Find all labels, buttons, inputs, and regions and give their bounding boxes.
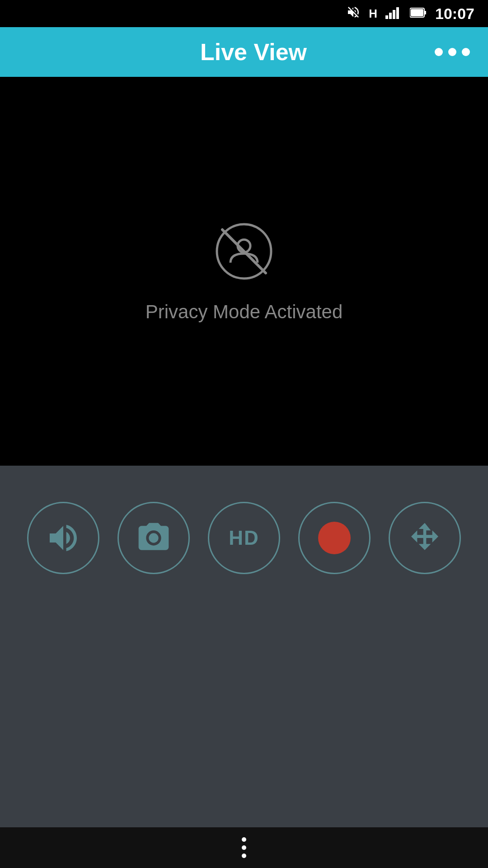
svg-rect-2 — [393, 10, 395, 19]
svg-rect-0 — [385, 15, 388, 19]
header: Live View — [0, 27, 488, 77]
volume-button[interactable] — [27, 502, 99, 574]
ptz-button[interactable] — [389, 502, 461, 574]
nav-bar — [0, 827, 488, 868]
record-button[interactable] — [298, 502, 371, 574]
mute-icon — [346, 5, 361, 23]
battery-icon — [410, 6, 427, 21]
privacy-message: Privacy Mode Activated — [145, 301, 343, 323]
video-area: Privacy Mode Activated — [0, 77, 488, 466]
nav-dot-1 — [242, 837, 246, 842]
nav-dot-3 — [242, 854, 246, 858]
header-dot-2 — [448, 48, 456, 56]
svg-rect-6 — [411, 9, 423, 16]
svg-rect-5 — [424, 11, 426, 14]
svg-line-9 — [222, 230, 266, 273]
snapshot-button[interactable] — [117, 502, 190, 574]
status-bar: H 10:07 — [0, 0, 488, 27]
hd-button[interactable]: HD — [208, 502, 280, 574]
controls-row: HD — [27, 502, 461, 574]
nav-dot-2 — [242, 845, 246, 850]
nav-home-button[interactable] — [242, 837, 246, 858]
status-time: 10:07 — [435, 5, 474, 23]
header-dot-1 — [435, 48, 443, 56]
privacy-mode-icon — [212, 220, 276, 283]
svg-rect-1 — [389, 13, 392, 19]
page-title: Live View — [72, 38, 435, 66]
controls-area: HD — [0, 466, 488, 832]
svg-rect-3 — [396, 7, 399, 19]
header-menu-dots[interactable] — [435, 48, 470, 56]
header-dot-3 — [462, 48, 470, 56]
hd-label: HD — [229, 527, 259, 549]
h-signal-icon: H — [369, 7, 377, 21]
signal-bars-icon — [385, 6, 402, 21]
